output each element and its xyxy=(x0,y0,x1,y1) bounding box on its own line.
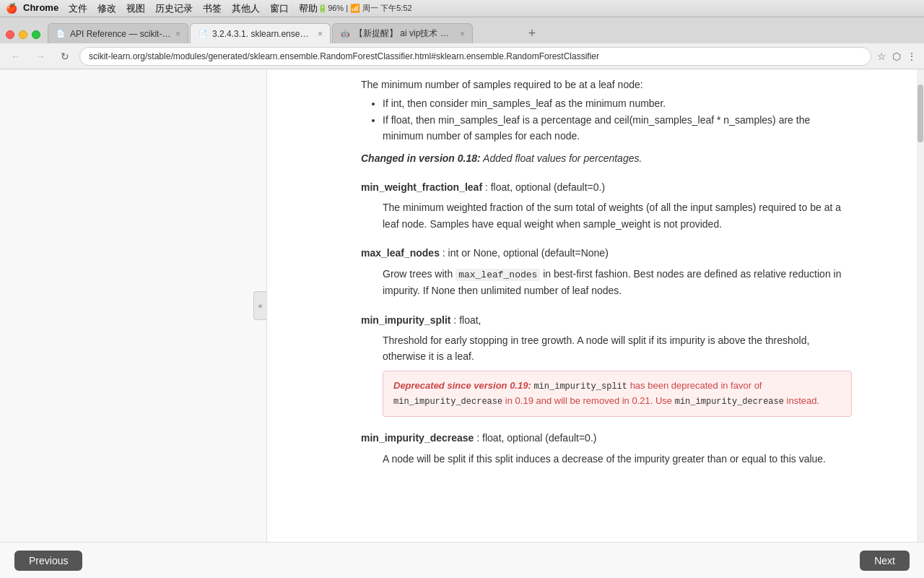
minimize-window-button[interactable] xyxy=(19,30,27,39)
tab-api-reference[interactable]: 📄 API Reference — scikit-learn d... × xyxy=(48,23,188,43)
titlebar-left: 🍎 Chrome 文件 修改 视图 历史记录 书签 其他人 窗口 帮助 xyxy=(6,2,318,15)
bottom-nav: Previous Next xyxy=(0,542,924,578)
tab-bar: 📄 API Reference — scikit-learn d... × 📄 … xyxy=(0,17,924,43)
status-icons: 🔋96% | 📶 周一 下午5:52 xyxy=(318,4,412,12)
param-name-1: min_weight_fraction_leaf xyxy=(361,181,482,193)
tab-favicon-1: 📄 xyxy=(56,29,66,39)
deprecated-mid-1: has been deprecated in favor of xyxy=(630,380,762,391)
param-name-4: min_impurity_decrease xyxy=(361,432,474,444)
apple-logo: 🍎 xyxy=(6,3,17,14)
param-min-impurity-split: min_impurity_split : float, Threshold fo… xyxy=(361,312,852,418)
reload-button[interactable]: ↻ xyxy=(55,46,75,66)
param-2-code: max_leaf_nodes xyxy=(456,269,540,281)
menu-bookmarks[interactable]: 书签 xyxy=(203,2,222,15)
tab-close-2[interactable]: × xyxy=(318,29,323,39)
menu-history[interactable]: 历史记录 xyxy=(155,2,193,15)
intro-text: The minimum number of samples required t… xyxy=(361,77,852,92)
param-max-leaf-nodes: max_leaf_nodes : int or None, optional (… xyxy=(361,245,852,299)
sidebar: « xyxy=(0,69,267,542)
url-text: scikit-learn.org/stable/modules/generate… xyxy=(89,51,599,61)
cast-icon[interactable]: ⬡ xyxy=(891,49,902,64)
url-bar[interactable]: scikit-learn.org/stable/modules/generate… xyxy=(79,47,871,66)
titlebar: 🍎 Chrome 文件 修改 视图 历史记录 书签 其他人 窗口 帮助 🔋96%… xyxy=(0,0,924,17)
sidebar-collapse-button[interactable]: « xyxy=(253,291,266,320)
forward-button[interactable]: → xyxy=(30,46,51,66)
address-bar-icons: ☆ ⬡ ⋮ xyxy=(876,49,918,64)
menu-chrome[interactable]: Chrome xyxy=(23,2,58,15)
deprecated-code-3: min_impurity_decrease xyxy=(675,397,784,407)
tab-favicon-3: 🤖 xyxy=(340,29,350,39)
scrollbar-track[interactable] xyxy=(917,69,924,542)
traffic-lights xyxy=(6,30,40,39)
bookmark-icon[interactable]: ☆ xyxy=(876,49,888,64)
new-tab-button[interactable]: + xyxy=(522,23,542,43)
menu-view[interactable]: 视图 xyxy=(126,2,145,15)
address-bar: ← → ↻ scikit-learn.org/stable/modules/ge… xyxy=(0,43,924,69)
menu-help[interactable]: 帮助 xyxy=(299,2,318,15)
tab-title-3: 【新提醒】 ai vip技术 人工智能... xyxy=(354,27,456,40)
menu-people[interactable]: 其他人 xyxy=(232,2,260,15)
param-2-desc-prefix: Grow trees with xyxy=(383,268,456,280)
param-body-1: The minimum weighted fraction of the sum… xyxy=(383,199,852,232)
param-name-2: max_leaf_nodes xyxy=(361,247,440,259)
back-button[interactable]: ← xyxy=(6,46,26,66)
content-inner: The minimum number of samples required t… xyxy=(267,69,881,494)
menu-bar: Chrome 文件 修改 视图 历史记录 书签 其他人 窗口 帮助 xyxy=(23,2,318,15)
tab-ai-vip[interactable]: 🤖 【新提醒】 ai vip技术 人工智能... × xyxy=(332,23,473,43)
param-min-weight-fraction-leaf: min_weight_fraction_leaf : float, option… xyxy=(361,179,852,232)
menu-icon[interactable]: ⋮ xyxy=(905,49,918,64)
param-type-3: : float, xyxy=(453,314,481,326)
param-type-1: : float, optional (default=0.) xyxy=(485,181,605,193)
bullet-item-2: If float, then min_samples_leaf is a per… xyxy=(383,112,852,144)
deprecated-suffix: instead. xyxy=(787,395,820,406)
param-min-impurity-decrease: min_impurity_decrease : float, optional … xyxy=(361,430,852,467)
tab-empty[interactable] xyxy=(474,23,518,43)
param-body-2: Grow trees with max_leaf_nodes in best-f… xyxy=(383,266,852,299)
bullet-item-1: If int, then consider min_samples_leaf a… xyxy=(383,95,852,111)
deprecated-title: Deprecated since version 0.19: xyxy=(393,380,533,391)
main-content: The minimum number of samples required t… xyxy=(267,69,924,542)
tab-sklearn-ensemble[interactable]: 📄 3.2.4.3.1. sklearn.ensemble.Ra... × xyxy=(190,23,331,43)
param-type-4: : float, optional (default=0.) xyxy=(476,432,596,444)
close-window-button[interactable] xyxy=(6,30,14,39)
tab-title-1: API Reference — scikit-learn d... xyxy=(70,29,171,39)
titlebar-right: 🔋96% | 📶 周一 下午5:52 xyxy=(318,3,412,14)
menu-edit[interactable]: 修改 xyxy=(97,2,116,15)
scrollbar-thumb[interactable] xyxy=(918,85,923,142)
previous-button[interactable]: Previous xyxy=(14,551,82,571)
tab-title-2: 3.2.4.3.1. sklearn.ensemble.Ra... xyxy=(212,29,313,39)
maximize-window-button[interactable] xyxy=(32,30,40,39)
changed-version-text: Changed in version 0.18: Added float val… xyxy=(361,150,852,166)
menu-window[interactable]: 窗口 xyxy=(270,2,289,15)
deprecated-mid-2: in 0.19 and will be removed in 0.21. Use xyxy=(505,395,675,406)
deprecated-box: Deprecated since version 0.19: min_impur… xyxy=(383,371,852,417)
next-button[interactable]: Next xyxy=(860,551,910,571)
tab-close-1[interactable]: × xyxy=(175,29,180,39)
browser-body: « The minimum number of samples required… xyxy=(0,69,924,542)
param-name-3: min_impurity_split xyxy=(361,314,450,326)
tab-favicon-2: 📄 xyxy=(198,29,208,39)
menu-file[interactable]: 文件 xyxy=(69,2,87,15)
deprecated-code-1: min_impurity_split xyxy=(533,381,627,392)
param-body-4: A node will be split if this split induc… xyxy=(383,451,852,467)
param-type-2: : int or None, optional (default=None) xyxy=(443,247,609,259)
tab-close-3[interactable]: × xyxy=(460,29,465,39)
deprecated-code-2: min_impurity_decrease xyxy=(393,397,502,407)
param-body-3: Threshold for early stopping in tree gro… xyxy=(383,332,852,417)
